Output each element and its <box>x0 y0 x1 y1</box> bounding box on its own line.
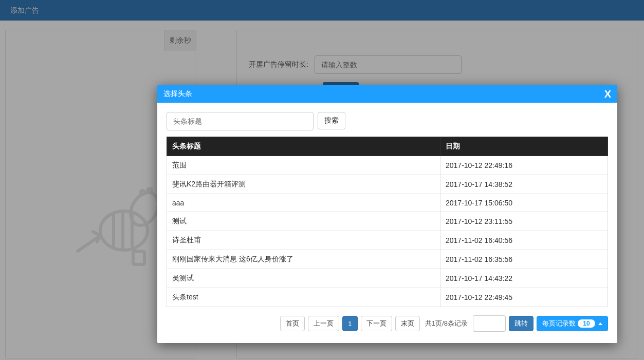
page-size-dropdown[interactable]: 每页记录数 10 <box>537 316 608 331</box>
search-row: 搜索 <box>167 112 608 130</box>
page-jump-input[interactable] <box>473 315 506 332</box>
cell-title: 吴测试 <box>167 269 440 288</box>
pagination: 首页 上一页 1 下一页 末页 共1页/8条记录 跳转 每页记录数 10 <box>167 315 608 332</box>
close-icon[interactable]: X <box>604 89 611 99</box>
page-last-button[interactable]: 末页 <box>395 316 420 331</box>
page-size-label: 每页记录数 <box>542 319 576 328</box>
table-row[interactable]: aaa2017-10-17 15:06:50 <box>167 194 608 212</box>
cell-date: 2017-10-12 22:49:45 <box>440 288 608 307</box>
cell-date: 2017-10-12 23:11:55 <box>440 212 608 231</box>
table-row[interactable]: 测试2017-10-12 23:11:55 <box>167 212 608 231</box>
cell-date: 2017-10-17 14:38:52 <box>440 175 608 194</box>
search-button[interactable]: 搜索 <box>318 112 345 129</box>
page-first-button[interactable]: 首页 <box>280 316 305 331</box>
page-next-button[interactable]: 下一页 <box>361 316 392 331</box>
headline-search-input[interactable] <box>167 112 314 130</box>
table-row[interactable]: 范围2017-10-12 22:49:16 <box>167 156 608 175</box>
table-row[interactable]: 头条test2017-10-12 22:49:45 <box>167 288 608 307</box>
table-header-row: 头条标题 日期 <box>167 137 608 156</box>
cell-date: 2017-10-17 15:06:50 <box>440 194 608 212</box>
cell-title: 范围 <box>167 156 440 175</box>
table-row[interactable]: 刚刚国家传来大消息 这6亿人身价涨了2017-11-02 16:35:56 <box>167 250 608 269</box>
cell-title: 测试 <box>167 212 440 231</box>
headline-table: 头条标题 日期 范围2017-10-12 22:49:16 斐讯K2路由器开箱评… <box>167 137 608 307</box>
cell-date: 2017-11-02 16:35:56 <box>440 250 608 269</box>
cell-date: 2017-10-17 14:43:22 <box>440 269 608 288</box>
select-headline-modal: 选择头条 X 搜索 头条标题 日期 范围2017-10-12 22:49:16 … <box>157 85 617 343</box>
cell-title: 刚刚国家传来大消息 这6亿人身价涨了 <box>167 250 440 269</box>
cell-date: 2017-10-12 22:49:16 <box>440 156 608 175</box>
cell-title: 斐讯K2路由器开箱评测 <box>167 175 440 194</box>
cell-title: 头条test <box>167 288 440 307</box>
cell-date: 2017-11-02 16:40:56 <box>440 231 608 250</box>
col-title: 头条标题 <box>167 137 440 156</box>
page-number-current[interactable]: 1 <box>342 316 358 331</box>
modal-title: 选择头条 <box>163 89 192 99</box>
modal-header: 选择头条 X <box>157 85 617 103</box>
caret-up-icon <box>598 323 602 325</box>
modal-body: 搜索 头条标题 日期 范围2017-10-12 22:49:16 斐讯K2路由器… <box>157 103 617 343</box>
col-date: 日期 <box>440 137 608 156</box>
table-row[interactable]: 斐讯K2路由器开箱评测2017-10-17 14:38:52 <box>167 175 608 194</box>
table-row[interactable]: 诗圣杜甫2017-11-02 16:40:56 <box>167 231 608 250</box>
page-size-value: 10 <box>578 319 595 328</box>
page-jump-button[interactable]: 跳转 <box>509 316 533 331</box>
page-summary: 共1页/8条记录 <box>423 319 470 328</box>
cell-title: 诗圣杜甫 <box>167 231 440 250</box>
page-prev-button[interactable]: 上一页 <box>308 316 339 331</box>
cell-title: aaa <box>167 194 440 212</box>
table-row[interactable]: 吴测试2017-10-17 14:43:22 <box>167 269 608 288</box>
